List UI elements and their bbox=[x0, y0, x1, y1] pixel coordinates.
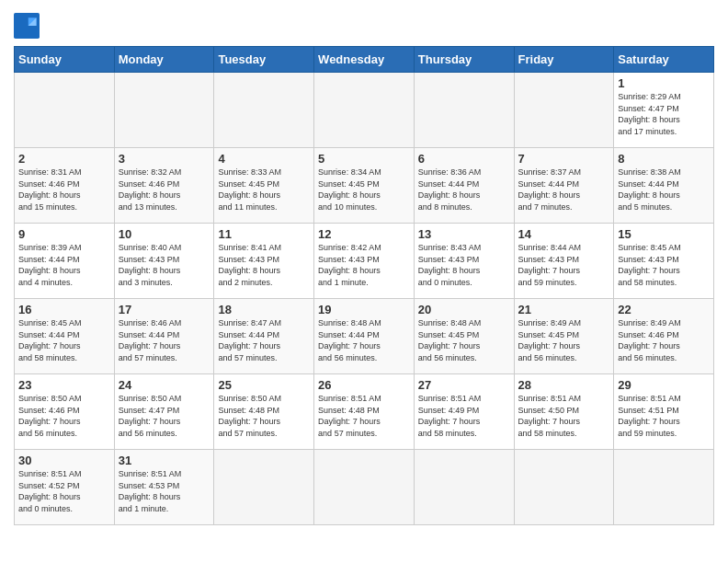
day-info: Sunrise: 8:49 AM Sunset: 4:45 PM Dayligh… bbox=[518, 317, 610, 363]
calendar-cell: 15Sunrise: 8:45 AM Sunset: 4:43 PM Dayli… bbox=[614, 224, 714, 299]
day-number: 19 bbox=[318, 303, 410, 316]
calendar-cell: 16Sunrise: 8:45 AM Sunset: 4:44 PM Dayli… bbox=[15, 299, 115, 374]
calendar-cell bbox=[414, 450, 514, 525]
calendar-cell: 4Sunrise: 8:33 AM Sunset: 4:45 PM Daylig… bbox=[214, 148, 314, 224]
calendar-cell: 31Sunrise: 8:51 AM Sunset: 4:53 PM Dayli… bbox=[114, 450, 214, 525]
header-day-saturday: Saturday bbox=[614, 47, 714, 73]
day-info: Sunrise: 8:43 AM Sunset: 4:43 PM Dayligh… bbox=[418, 242, 510, 288]
day-info: Sunrise: 8:45 AM Sunset: 4:43 PM Dayligh… bbox=[618, 242, 710, 288]
day-info: Sunrise: 8:45 AM Sunset: 4:44 PM Dayligh… bbox=[18, 317, 110, 363]
day-number: 16 bbox=[18, 303, 110, 316]
day-number: 9 bbox=[18, 227, 110, 241]
calendar-cell: 25Sunrise: 8:50 AM Sunset: 4:48 PM Dayli… bbox=[214, 374, 314, 450]
day-number: 28 bbox=[518, 378, 610, 392]
calendar-cell: 24Sunrise: 8:50 AM Sunset: 4:47 PM Dayli… bbox=[114, 374, 214, 450]
day-info: Sunrise: 8:51 AM Sunset: 4:50 PM Dayligh… bbox=[518, 393, 610, 439]
header-day-sunday: Sunday bbox=[15, 47, 115, 73]
calendar-cell: 2Sunrise: 8:31 AM Sunset: 4:46 PM Daylig… bbox=[15, 148, 115, 224]
day-number: 10 bbox=[119, 227, 210, 241]
day-info: Sunrise: 8:51 AM Sunset: 4:48 PM Dayligh… bbox=[318, 393, 410, 439]
calendar-cell: 5Sunrise: 8:34 AM Sunset: 4:45 PM Daylig… bbox=[314, 148, 415, 224]
calendar-cell: 19Sunrise: 8:48 AM Sunset: 4:44 PM Dayli… bbox=[314, 299, 415, 374]
header-day-friday: Friday bbox=[514, 47, 614, 73]
calendar-cell bbox=[214, 73, 314, 148]
calendar-week-3: 9Sunrise: 8:39 AM Sunset: 4:44 PM Daylig… bbox=[15, 224, 714, 299]
day-info: Sunrise: 8:42 AM Sunset: 4:43 PM Dayligh… bbox=[318, 242, 410, 288]
day-number: 15 bbox=[618, 227, 710, 241]
calendar-cell bbox=[414, 73, 514, 148]
day-number: 2 bbox=[18, 152, 110, 166]
calendar-cell bbox=[614, 450, 714, 525]
day-info: Sunrise: 8:44 AM Sunset: 4:43 PM Dayligh… bbox=[518, 242, 610, 288]
day-number: 21 bbox=[518, 303, 610, 316]
header-row: SundayMondayTuesdayWednesdayThursdayFrid… bbox=[15, 47, 714, 73]
calendar-cell: 21Sunrise: 8:49 AM Sunset: 4:45 PM Dayli… bbox=[514, 299, 614, 374]
calendar-cell: 23Sunrise: 8:50 AM Sunset: 4:46 PM Dayli… bbox=[15, 374, 115, 450]
day-number: 3 bbox=[119, 152, 210, 166]
calendar-table: SundayMondayTuesdayWednesdayThursdayFrid… bbox=[14, 46, 714, 525]
calendar-cell: 18Sunrise: 8:47 AM Sunset: 4:44 PM Dayli… bbox=[214, 299, 314, 374]
day-info: Sunrise: 8:41 AM Sunset: 4:43 PM Dayligh… bbox=[218, 242, 310, 288]
calendar-cell: 14Sunrise: 8:44 AM Sunset: 4:43 PM Dayli… bbox=[514, 224, 614, 299]
day-info: Sunrise: 8:51 AM Sunset: 4:51 PM Dayligh… bbox=[618, 393, 710, 439]
day-info: Sunrise: 8:38 AM Sunset: 4:44 PM Dayligh… bbox=[618, 167, 710, 213]
day-info: Sunrise: 8:46 AM Sunset: 4:44 PM Dayligh… bbox=[119, 317, 210, 363]
calendar-cell bbox=[314, 73, 415, 148]
calendar-cell: 3Sunrise: 8:32 AM Sunset: 4:46 PM Daylig… bbox=[114, 148, 214, 224]
calendar-cell: 13Sunrise: 8:43 AM Sunset: 4:43 PM Dayli… bbox=[414, 224, 514, 299]
calendar-cell: 11Sunrise: 8:41 AM Sunset: 4:43 PM Dayli… bbox=[214, 224, 314, 299]
day-number: 11 bbox=[218, 227, 310, 241]
day-info: Sunrise: 8:31 AM Sunset: 4:46 PM Dayligh… bbox=[18, 167, 110, 213]
calendar-cell: 7Sunrise: 8:37 AM Sunset: 4:44 PM Daylig… bbox=[514, 148, 614, 224]
day-number: 13 bbox=[418, 227, 510, 241]
header-day-monday: Monday bbox=[114, 47, 214, 73]
day-number: 20 bbox=[418, 303, 510, 316]
logo-icon bbox=[14, 13, 40, 39]
day-number: 6 bbox=[418, 152, 510, 166]
calendar-cell: 9Sunrise: 8:39 AM Sunset: 4:44 PM Daylig… bbox=[15, 224, 115, 299]
calendar-cell bbox=[314, 450, 415, 525]
calendar-cell: 28Sunrise: 8:51 AM Sunset: 4:50 PM Dayli… bbox=[514, 374, 614, 450]
day-number: 30 bbox=[18, 454, 110, 467]
calendar-cell: 20Sunrise: 8:48 AM Sunset: 4:45 PM Dayli… bbox=[414, 299, 514, 374]
calendar-week-2: 2Sunrise: 8:31 AM Sunset: 4:46 PM Daylig… bbox=[15, 148, 714, 224]
day-info: Sunrise: 8:36 AM Sunset: 4:44 PM Dayligh… bbox=[418, 167, 510, 213]
day-number: 31 bbox=[119, 454, 210, 467]
day-info: Sunrise: 8:50 AM Sunset: 4:47 PM Dayligh… bbox=[119, 393, 210, 439]
day-number: 4 bbox=[218, 152, 310, 166]
day-number: 1 bbox=[618, 76, 710, 90]
day-info: Sunrise: 8:48 AM Sunset: 4:45 PM Dayligh… bbox=[418, 317, 510, 363]
day-info: Sunrise: 8:50 AM Sunset: 4:46 PM Dayligh… bbox=[18, 393, 110, 439]
day-number: 26 bbox=[318, 378, 410, 392]
day-number: 27 bbox=[418, 378, 510, 392]
day-info: Sunrise: 8:39 AM Sunset: 4:44 PM Dayligh… bbox=[18, 242, 110, 288]
day-number: 8 bbox=[618, 152, 710, 166]
calendar-cell: 27Sunrise: 8:51 AM Sunset: 4:49 PM Dayli… bbox=[414, 374, 514, 450]
calendar-cell bbox=[15, 73, 115, 148]
header bbox=[14, 9, 714, 39]
day-info: Sunrise: 8:32 AM Sunset: 4:46 PM Dayligh… bbox=[119, 167, 210, 213]
day-info: Sunrise: 8:48 AM Sunset: 4:44 PM Dayligh… bbox=[318, 317, 410, 363]
day-number: 17 bbox=[119, 303, 210, 316]
header-day-thursday: Thursday bbox=[414, 47, 514, 73]
day-number: 5 bbox=[318, 152, 410, 166]
header-day-tuesday: Tuesday bbox=[214, 47, 314, 73]
day-info: Sunrise: 8:37 AM Sunset: 4:44 PM Dayligh… bbox=[518, 167, 610, 213]
calendar-cell: 1Sunrise: 8:29 AM Sunset: 4:47 PM Daylig… bbox=[614, 73, 714, 148]
calendar-week-5: 23Sunrise: 8:50 AM Sunset: 4:46 PM Dayli… bbox=[15, 374, 714, 450]
calendar-cell bbox=[514, 73, 614, 148]
day-number: 23 bbox=[18, 378, 110, 392]
calendar-cell: 12Sunrise: 8:42 AM Sunset: 4:43 PM Dayli… bbox=[314, 224, 415, 299]
day-info: Sunrise: 8:51 AM Sunset: 4:49 PM Dayligh… bbox=[418, 393, 510, 439]
day-info: Sunrise: 8:29 AM Sunset: 4:47 PM Dayligh… bbox=[618, 91, 710, 137]
day-info: Sunrise: 8:51 AM Sunset: 4:53 PM Dayligh… bbox=[119, 468, 210, 514]
calendar-cell: 10Sunrise: 8:40 AM Sunset: 4:43 PM Dayli… bbox=[114, 224, 214, 299]
header-day-wednesday: Wednesday bbox=[314, 47, 415, 73]
day-number: 22 bbox=[618, 303, 710, 316]
calendar-cell bbox=[214, 450, 314, 525]
calendar-cell: 22Sunrise: 8:49 AM Sunset: 4:46 PM Dayli… bbox=[614, 299, 714, 374]
calendar-week-4: 16Sunrise: 8:45 AM Sunset: 4:44 PM Dayli… bbox=[15, 299, 714, 374]
calendar-week-6: 30Sunrise: 8:51 AM Sunset: 4:52 PM Dayli… bbox=[15, 450, 714, 525]
calendar-cell: 8Sunrise: 8:38 AM Sunset: 4:44 PM Daylig… bbox=[614, 148, 714, 224]
day-number: 18 bbox=[218, 303, 310, 316]
